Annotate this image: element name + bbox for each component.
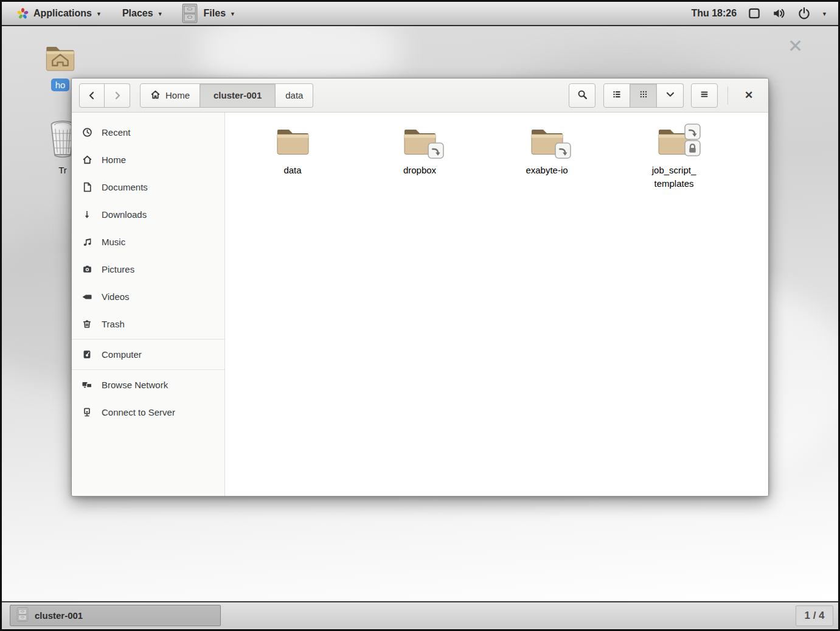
desktop-icon-label: Tr (54, 164, 71, 176)
sidebar-item-label: Computer (102, 349, 142, 360)
sidebar-item-label: Trash (102, 319, 125, 329)
breadcrumb: Home cluster-001 data (140, 83, 313, 108)
file-item-exabyte-io[interactable]: exabyte-io (488, 126, 606, 177)
grid-view-button[interactable] (630, 83, 657, 108)
sidebar: Recent Home Documents (72, 113, 225, 496)
caret-down-icon: ▼ (230, 11, 235, 17)
sidebar-divider (72, 339, 224, 340)
file-label-line2: templates (652, 177, 696, 190)
file-label: job_script_ templates (652, 164, 696, 190)
home-folder-icon (43, 43, 78, 76)
file-item-data[interactable]: data (234, 126, 352, 177)
sidebar-item-downloads[interactable]: Downloads (72, 201, 224, 228)
view-options-button[interactable] (657, 83, 684, 108)
sidebar-item-label: Home (102, 155, 126, 165)
folder-icon (273, 126, 312, 158)
file-item-job-script-templates[interactable]: job_script_ templates (615, 126, 733, 190)
top-bar: Applications ▼ Places ▼ Files (2, 2, 838, 26)
desktop: ✕ ho (2, 26, 838, 601)
caret-down-icon: ▼ (158, 11, 163, 17)
video-camera-icon (82, 292, 92, 302)
taskbar-window-button-label: cluster-001 (35, 610, 83, 621)
caret-down-icon[interactable]: ▼ (822, 11, 827, 17)
symlink-emblem-icon (555, 142, 571, 161)
places-menu[interactable]: Places ▼ (114, 1, 172, 26)
hamburger-menu-icon (699, 89, 709, 101)
network-icon (82, 380, 92, 390)
breadcrumb-cluster-001[interactable]: cluster-001 (200, 83, 276, 108)
screen: Applications ▼ Places ▼ Files (0, 0, 840, 631)
sidebar-item-videos[interactable]: Videos (72, 283, 224, 310)
sidebar-item-music[interactable]: Music (72, 228, 224, 256)
file-cabinet-icon (181, 3, 198, 24)
sidebar-item-recent[interactable]: Recent (72, 119, 224, 146)
window-close-button[interactable]: ✕ (737, 83, 761, 108)
applications-menu[interactable]: Applications ▼ (8, 1, 110, 26)
sidebar-item-label: Browse Network (102, 380, 168, 390)
caret-down-icon: ▼ (96, 11, 102, 17)
window-menu-button[interactable] (691, 83, 718, 108)
breadcrumb-home-label: Home (165, 90, 190, 100)
computer-icon (82, 349, 92, 360)
file-label: data (283, 164, 301, 177)
lock-emblem-icon (684, 140, 701, 159)
sidebar-item-pictures[interactable]: Pictures (72, 256, 224, 283)
document-icon (82, 182, 92, 192)
workspace-indicator[interactable]: 1 / 4 (796, 605, 833, 626)
files-menu-label: Files (204, 8, 226, 19)
applications-menu-label: Applications (33, 8, 92, 19)
sidebar-item-label: Downloads (102, 209, 147, 220)
toolbar: Home cluster-001 data (72, 78, 768, 113)
clock-icon (82, 127, 92, 138)
sidebar-item-label: Recent (102, 127, 131, 138)
forward-button[interactable] (105, 83, 130, 108)
home-icon (82, 155, 92, 165)
file-label-line1: job_script_ (652, 164, 696, 177)
sidebar-item-browse-network[interactable]: Browse Network (72, 371, 224, 399)
file-label: dropbox (403, 164, 436, 177)
clock[interactable]: Thu 18:26 (691, 8, 737, 19)
download-icon (82, 210, 92, 220)
desktop-icon-label: ho (51, 78, 70, 91)
sidebar-item-computer[interactable]: Computer (72, 341, 224, 368)
sidebar-item-label: Documents (102, 182, 148, 192)
music-note-icon (82, 237, 92, 247)
chevron-down-icon (665, 89, 675, 101)
sidebar-item-home[interactable]: Home (72, 146, 224, 173)
screen-brightness-icon[interactable] (748, 7, 761, 20)
file-grid: data (225, 113, 768, 496)
files-menu[interactable]: Files ▼ (175, 1, 244, 26)
grid-view-icon (639, 89, 648, 101)
folder-icon (527, 126, 566, 158)
toolbar-separator (727, 86, 728, 105)
sidebar-item-connect-to-server[interactable]: Connect to Server (72, 399, 224, 426)
taskbar: cluster-001 1 / 4 (2, 601, 838, 628)
close-icon[interactable]: ✕ (788, 37, 803, 55)
folder-icon (400, 126, 439, 158)
server-icon (82, 407, 92, 417)
file-label: exabyte-io (526, 164, 568, 177)
applications-logo-icon (16, 7, 29, 20)
window-body: Recent Home Documents (72, 113, 768, 496)
volume-icon[interactable] (772, 7, 786, 20)
breadcrumb-data[interactable]: data (276, 83, 313, 108)
trash-icon (82, 319, 92, 329)
sidebar-item-documents[interactable]: Documents (72, 173, 224, 201)
file-item-dropbox[interactable]: dropbox (361, 126, 479, 177)
home-icon (150, 89, 161, 102)
sidebar-item-label: Music (102, 237, 125, 247)
taskbar-window-button[interactable]: cluster-001 (10, 605, 221, 626)
power-icon[interactable] (797, 7, 811, 20)
file-cabinet-icon (16, 607, 29, 624)
nav-buttons (79, 83, 130, 108)
sidebar-item-trash[interactable]: Trash (72, 310, 224, 338)
camera-icon (82, 264, 92, 274)
sidebar-item-label: Connect to Server (102, 407, 175, 417)
sidebar-item-label: Pictures (102, 264, 134, 274)
list-view-button[interactable] (603, 83, 630, 108)
search-button[interactable] (569, 83, 595, 108)
sidebar-divider (72, 369, 224, 370)
breadcrumb-home[interactable]: Home (140, 83, 200, 108)
back-button[interactable] (79, 83, 105, 108)
search-icon (577, 89, 588, 102)
